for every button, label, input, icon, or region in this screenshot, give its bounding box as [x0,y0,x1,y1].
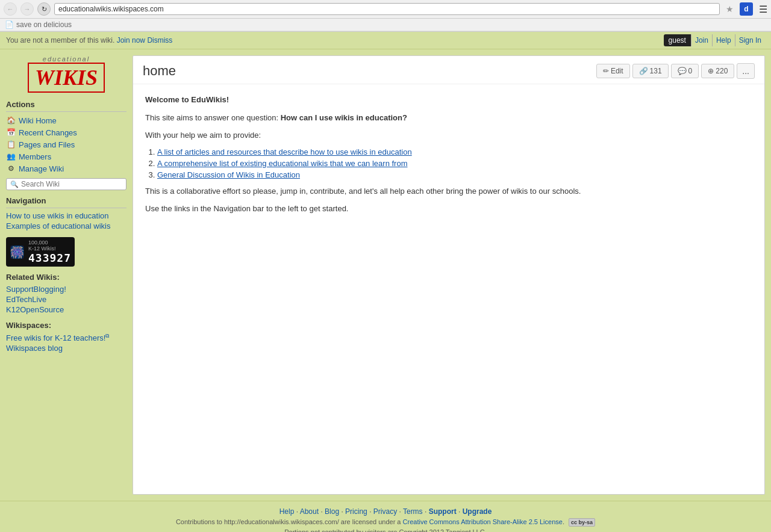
footer-terms-link[interactable]: Terms [403,507,423,516]
content-area: home ✏ Edit 🔗 131 💬 0 ⊕ 220 ... [133,55,765,495]
footer-license: Contributions to http://educationalwikis… [6,518,765,527]
sidebar-item-pages-files[interactable]: 📋 Pages and Files [6,138,126,150]
related-wiki-1[interactable]: SupportBlogging! [6,284,126,294]
related-wiki-2[interactable]: EdTechLive [6,294,126,305]
counter-info-block: 100,000 K-12 Wikis! 433927 [28,240,71,264]
guest-badge: guest [664,34,691,46]
intro-paragraph: This site aims to answer one question: H… [145,112,752,124]
content-list: A list of articles and resources that de… [157,147,752,179]
edit-button[interactable]: ✏ Edit [596,64,630,78]
revisions-button[interactable]: 🔗 131 [632,64,669,78]
content-header: home ✏ Edit 🔗 131 💬 0 ⊕ 220 ... [133,56,764,84]
search-box[interactable]: 🔍 [6,178,126,190]
comment-icon: 💬 [678,67,687,75]
manage-wiki-link[interactable]: Manage Wiki [19,164,64,173]
address-bar[interactable]: educationalwikis.wikispaces.com [54,3,720,15]
wikispaces-link-2[interactable]: Wikispaces blog [6,343,126,353]
pages-files-link[interactable]: Pages and Files [19,140,75,149]
footer-help-link[interactable]: Help [279,507,295,516]
join-nav-link[interactable]: Join [691,34,712,46]
welcome-heading: Welcome to EduWikis! [145,94,752,106]
back-button[interactable]: ← [4,2,17,16]
search-icon: 🔍 [10,181,19,188]
sidebar-item-manage-wiki[interactable]: ⚙ Manage Wiki [6,162,126,175]
footer-license-link[interactable]: Creative Commons Attribution Share-Alike… [403,518,563,525]
comments-button[interactable]: 💬 0 [671,64,699,78]
revisions-icon: 🔗 [639,67,648,75]
home-icon: 🏠 [6,116,16,125]
footer-about-link[interactable]: About [300,507,319,516]
actions-title: Actions [6,100,126,109]
list-item-2: A comprehensive list of existing educati… [157,159,752,168]
dismiss-link[interactable]: Dismiss [147,36,172,45]
counter-digits: 433927 [28,252,71,264]
menu-icon[interactable]: ☰ [759,4,767,15]
view-count: 220 [716,67,728,75]
firework-icon: 🎆 [10,245,25,259]
sidebar-item-members[interactable]: 👥 Members [6,150,126,162]
signin-nav-link[interactable]: Sign In [735,34,765,46]
footer-blog-link[interactable]: Blog [325,507,339,516]
sidebar-item-recent-changes[interactable]: 📅 Recent Changes [6,126,126,138]
footer-links: Help · About · Blog · Pricing · Privacy … [6,507,765,516]
wiki-home-link[interactable]: Wiki Home [19,116,57,125]
main-layout: educational WIKIS Actions 🏠 Wiki Home 📅 … [0,49,771,501]
footer-copyright: Portions not contributed by visitors are… [6,528,765,532]
footer-support-link[interactable]: Support [429,507,457,516]
content-actions: ✏ Edit 🔗 131 💬 0 ⊕ 220 ... [596,63,755,79]
footer-pricing-link[interactable]: Pricing [345,507,367,516]
logo-edu-text: educational [6,55,126,63]
manage-icon: ⚙ [6,164,16,173]
comment-count: 0 [688,67,693,75]
members-link[interactable]: Members [19,152,51,161]
list-link-3[interactable]: General Discussion of Wikis in Education [157,170,300,179]
navigation-title: Navigation [6,196,126,205]
browser-toolbar: ← → ↻ educationalwikis.wikispaces.com ★ … [0,0,771,19]
list-item-1: A list of articles and resources that de… [157,147,752,156]
external-icon: ⧉ [105,333,109,339]
pages-icon: 📋 [6,140,16,149]
page-icon: 📄 [5,20,14,29]
edit-count: 131 [650,67,662,75]
views-button[interactable]: ⊕ 220 [701,64,734,78]
related-wikis-title: Related Wikis: [6,273,126,282]
logo-wikis-box: WIKIS [28,63,105,93]
refresh-button[interactable]: ↻ [37,2,51,16]
page-footer: Help · About · Blog · Pricing · Privacy … [0,501,771,532]
footer-privacy-link[interactable]: Privacy [373,507,397,516]
list-link-2[interactable]: A comprehensive list of existing educati… [157,159,407,168]
views-icon: ⊕ [708,67,714,75]
related-wiki-3[interactable]: K12OpenSource [6,305,126,315]
collab-paragraph: This is a collaborative effort so please… [145,185,752,197]
help-nav-link[interactable]: Help [712,34,735,46]
site-logo: educational WIKIS [6,55,126,93]
delicious-button[interactable]: d [740,2,753,16]
wikispaces-title: Wikispaces: [6,321,126,330]
edit-label: Edit [611,67,623,75]
browser-chrome: ← → ↻ educationalwikis.wikispaces.com ★ … [0,0,771,32]
counter-widget: 🎆 100,000 K-12 Wikis! 433927 [6,237,75,267]
forward-button[interactable]: → [20,2,34,16]
nav-link-examples[interactable]: Examples of educational wikis [6,221,126,231]
aim-paragraph: With your help we aim to provide: [145,129,752,141]
more-button[interactable]: ... [737,63,755,79]
calendar-icon: 📅 [6,128,16,137]
sidebar: educational WIKIS Actions 🏠 Wiki Home 📅 … [0,49,133,501]
content-body: Welcome to EduWikis! This site aims to a… [133,84,764,230]
bookmark-label: save on delicious [16,20,72,29]
bookmark-star-icon[interactable]: ★ [726,4,734,14]
notification-bar: You are not a member of this wiki. Join … [0,32,771,49]
recent-changes-link[interactable]: Recent Changes [19,128,77,137]
wikispaces-link-1[interactable]: Free wikis for K-12 teachers!⧉ [6,332,126,343]
edit-icon: ✏ [603,67,609,75]
join-now-link[interactable]: Join now [117,36,145,45]
address-text: educationalwikis.wikispaces.com [58,5,716,13]
bookmarks-bar: 📄 save on delicious [0,19,771,31]
nav-link-how-to[interactable]: How to use wikis in education [6,211,126,221]
list-link-1[interactable]: A list of articles and resources that de… [157,147,412,156]
sidebar-item-wiki-home[interactable]: 🏠 Wiki Home [6,114,126,126]
page-title: home [143,63,176,79]
nav-paragraph: Use the links in the Navigation bar to t… [145,203,752,215]
footer-upgrade-link[interactable]: Upgrade [463,507,492,516]
search-input[interactable] [21,180,122,188]
